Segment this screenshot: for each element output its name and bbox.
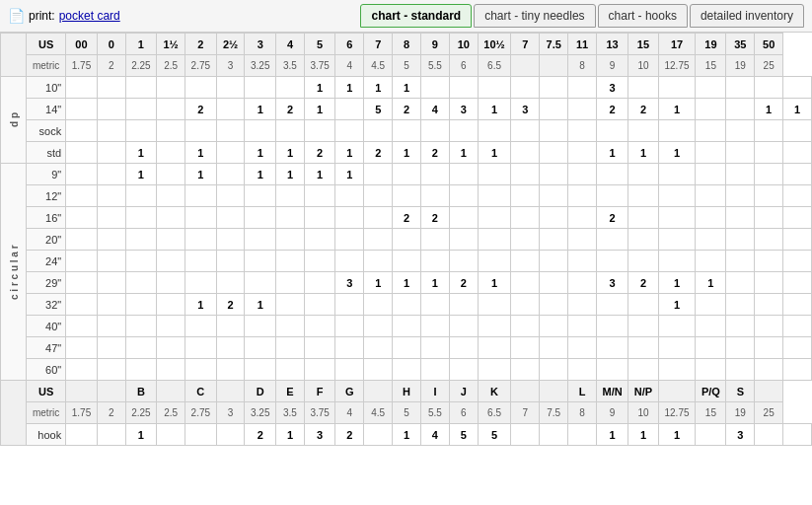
circ-cell-4-5 (216, 251, 245, 272)
circ-cell-5-11: 1 (393, 272, 421, 294)
footer-metric-row: metric1.7522.252.52.7533.253.53.7544.555… (1, 402, 812, 424)
circ-cell-7-5 (216, 316, 245, 337)
hook-cell-17 (568, 424, 597, 446)
dp-row-label-3: std (27, 142, 66, 164)
circ-cell-9-16 (540, 359, 568, 381)
pocket-card-link[interactable]: pocket card (59, 9, 120, 23)
tab-chart-tiny-needles[interactable]: chart - tiny needles (474, 4, 595, 28)
circ-cell-1-4 (185, 185, 217, 207)
metric-col-13: 5.5 (420, 55, 449, 77)
circ-cell-3-20 (658, 229, 696, 251)
circ-cell-1-14 (478, 185, 511, 207)
dp-cell-0-15 (511, 77, 540, 99)
dp-cell-2-22 (726, 120, 755, 142)
tab-detailed-inventory[interactable]: detailed inventory (690, 4, 804, 28)
dp-cell-1-24: 1 (783, 99, 812, 120)
dp-cell-2-24 (783, 120, 812, 142)
circ-cell-5-17 (568, 272, 597, 294)
circ-cell-0-19 (628, 164, 658, 185)
circ-cell-4-4 (185, 251, 217, 272)
circ-cell-4-17 (568, 251, 597, 272)
hook-cell-11: 1 (393, 424, 421, 446)
us-col-12: 8 (393, 34, 421, 55)
tab-chart-hooks[interactable]: chart - hooks (598, 4, 688, 28)
circ-row-label-5: 29" (27, 272, 66, 294)
circ-cell-4-14 (478, 251, 511, 272)
us-col-18: 11 (568, 34, 597, 55)
circ-cell-8-2 (125, 337, 157, 359)
footer-us-col-5: C (185, 381, 217, 402)
footer-metric-col-11: 4.5 (364, 402, 393, 424)
circ-cell-1-1 (97, 185, 125, 207)
circ-cell-8-22 (726, 337, 755, 359)
dp-cell-0-4 (185, 77, 217, 99)
circ-cell-6-15 (511, 294, 540, 316)
footer-us-col-22: P/Q (696, 381, 726, 402)
us-col-23: 35 (726, 34, 755, 55)
metric-col-12: 5 (393, 55, 421, 77)
dp-cell-1-14: 1 (478, 99, 511, 120)
hook-cell-10 (364, 424, 393, 446)
hook-cell-24 (783, 424, 812, 446)
circ-cell-4-11 (393, 251, 421, 272)
us-col-14: 10 (449, 34, 478, 55)
circ-row-label-4: 24" (27, 251, 66, 272)
circ-cell-2-12: 2 (420, 207, 449, 229)
dp-row-3: std11112121211111 (1, 142, 812, 164)
dp-cell-2-21 (696, 120, 726, 142)
tab-chart-standard[interactable]: chart - standard (360, 4, 472, 28)
circ-cell-8-20 (658, 337, 696, 359)
us-col-16: 7 (511, 34, 540, 55)
us-col-8: 4 (276, 34, 305, 55)
metric-header-row: metric1.7522.252.52.7533.253.53.7544.555… (1, 55, 812, 77)
circular-section-label: c i r c u l a r (1, 164, 27, 381)
metric-col-5: 2.75 (185, 55, 217, 77)
dp-cell-0-1 (97, 77, 125, 99)
footer-us-col-24 (755, 381, 783, 402)
circ-cell-2-0 (66, 207, 98, 229)
circ-cell-4-1 (97, 251, 125, 272)
circ-cell-9-2 (125, 359, 157, 381)
circ-row-9: 60" (1, 359, 812, 381)
dp-cell-1-2 (125, 99, 157, 120)
circ-cell-0-24 (783, 164, 812, 185)
circ-row-5: 29"3111213211 (1, 272, 812, 294)
us-col-6: 2½ (216, 34, 245, 55)
circ-cell-3-14 (478, 229, 511, 251)
dp-cell-3-0 (66, 142, 98, 164)
hook-row: hook1213214551113 (1, 424, 812, 446)
us-col-21: 17 (658, 34, 696, 55)
circ-cell-6-22 (726, 294, 755, 316)
circ-cell-0-8: 1 (304, 164, 335, 185)
dp-cell-3-22 (726, 142, 755, 164)
dp-cell-0-23 (755, 77, 783, 99)
circ-cell-3-10 (364, 229, 393, 251)
circ-row-label-6: 32" (27, 294, 66, 316)
circ-cell-8-5 (216, 337, 245, 359)
footer-metric-col-9: 3.75 (304, 402, 335, 424)
circ-cell-5-9: 3 (335, 272, 364, 294)
circ-cell-2-13 (449, 207, 478, 229)
metric-col-10: 4 (335, 55, 364, 77)
circ-cell-1-6 (245, 185, 276, 207)
hook-cell-0 (66, 424, 98, 446)
circ-cell-5-24 (783, 272, 812, 294)
footer-metric-col-7: 3.25 (245, 402, 276, 424)
print-area: 📄 print: pocket card (8, 8, 120, 24)
circ-cell-9-1 (97, 359, 125, 381)
metric-col-18: 8 (568, 55, 597, 77)
circ-cell-4-8 (304, 251, 335, 272)
dp-cell-1-17 (568, 99, 597, 120)
circ-row-label-2: 16" (27, 207, 66, 229)
footer-us-col-11 (364, 381, 393, 402)
circ-row-label-0: 9" (27, 164, 66, 185)
hook-cell-18: 1 (596, 424, 627, 446)
circ-cell-0-2: 1 (125, 164, 157, 185)
dp-cell-2-1 (97, 120, 125, 142)
footer-metric-col-1: 1.75 (66, 402, 98, 424)
metric-col-7: 3.25 (245, 55, 276, 77)
table-container: US00011½22½34567891010½77.51113151719355… (0, 33, 812, 446)
dp-cell-2-19 (628, 120, 658, 142)
dp-row-1: 14"212152431322111 (1, 99, 812, 120)
circ-cell-1-0 (66, 185, 98, 207)
